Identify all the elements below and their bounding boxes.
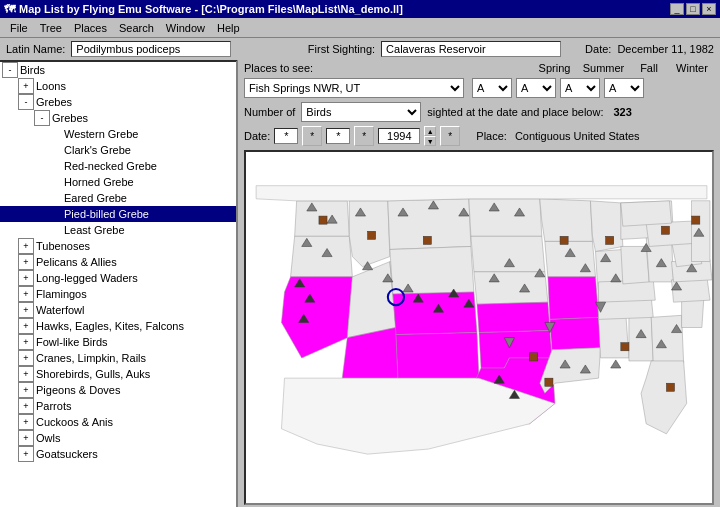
summer-label: Summer — [581, 62, 626, 74]
first-sighting-value: Calaveras Reservoir — [381, 41, 561, 57]
tree-item-tubenoses[interactable]: +Tubenoses — [0, 238, 236, 254]
svg-marker-10 — [393, 292, 477, 335]
tree-item-fowl-like[interactable]: +Fowl-like Birds — [0, 334, 236, 350]
year-down-btn[interactable]: ▼ — [424, 136, 436, 146]
tree-label-cuckoos: Cuckoos & Anis — [36, 416, 113, 428]
season-select-winter[interactable]: ASWN — [604, 78, 644, 98]
tree-item-long-legged[interactable]: +Long-legged Waders — [0, 270, 236, 286]
tree-item-least-grebe[interactable]: Least Grebe — [0, 222, 236, 238]
tree-expander-birds[interactable]: - — [2, 62, 18, 78]
tree-expander-loons[interactable]: + — [18, 78, 34, 94]
season-select-fall[interactable]: ASWN — [560, 78, 600, 98]
year-field[interactable]: 1994 — [378, 128, 420, 144]
tree-item-parrots[interactable]: +Parrots — [0, 398, 236, 414]
menu-item-search[interactable]: Search — [113, 20, 160, 36]
tree-item-pelicans[interactable]: +Pelicans & Allies — [0, 254, 236, 270]
title-bar: 🗺 Map List by Flying Emu Software - [C:\… — [0, 0, 720, 18]
day-star-btn[interactable]: * — [302, 126, 322, 146]
tree-label-western-grebe: Western Grebe — [64, 128, 138, 140]
tree-expander-pelicans[interactable]: + — [18, 254, 34, 270]
month-star-btn[interactable]: * — [354, 126, 374, 146]
tree-item-shorebirds[interactable]: +Shorebirds, Gulls, Auks — [0, 366, 236, 382]
place-select[interactable]: Fish Springs NWR, UT Calaveras Reservoir — [244, 78, 464, 98]
places-dropdown-row: Fish Springs NWR, UT Calaveras Reservoir… — [238, 76, 720, 100]
tree-expander-owls[interactable]: + — [18, 430, 34, 446]
map-svg — [246, 152, 712, 503]
tree-item-cuckoos[interactable]: +Cuckoos & Anis — [0, 414, 236, 430]
tree-item-clarks-grebe[interactable]: Clark's Grebe — [0, 142, 236, 158]
tree-item-red-necked-grebe[interactable]: Red-necked Grebe — [0, 158, 236, 174]
tree-expander-flamingos[interactable]: + — [18, 286, 34, 302]
tree-expander-goatsuckers[interactable]: + — [18, 446, 34, 462]
tree-label-red-necked-grebe: Red-necked Grebe — [64, 160, 157, 172]
tree-expander-cuckoos[interactable]: + — [18, 414, 34, 430]
tree-expander-parrots[interactable]: + — [18, 398, 34, 414]
tree-expander-shorebirds[interactable]: + — [18, 366, 34, 382]
latin-name-value: Podilymbus podiceps — [71, 41, 231, 57]
tree-expander-long-legged[interactable]: + — [18, 270, 34, 286]
svg-rect-90 — [606, 236, 614, 244]
year-star-btn[interactable]: * — [440, 126, 460, 146]
tree-item-eared-grebe[interactable]: Eared Grebe — [0, 190, 236, 206]
tree-item-western-grebe[interactable]: Western Grebe — [0, 126, 236, 142]
tree-item-pied-billed-grebe[interactable]: Pied-billed Grebe — [0, 206, 236, 222]
tree-expander-grebes[interactable]: - — [18, 94, 34, 110]
tree-expander-tubenoses[interactable]: + — [18, 238, 34, 254]
tree-expander-cranes[interactable]: + — [18, 350, 34, 366]
tree-label-grebes2: Grebes — [52, 112, 88, 124]
svg-rect-88 — [423, 236, 431, 244]
svg-rect-93 — [530, 353, 538, 361]
tree-label-flamingos: Flamingos — [36, 288, 87, 300]
tree-expander-fowl-like[interactable]: + — [18, 334, 34, 350]
tree-expander-hawks[interactable]: + — [18, 318, 34, 334]
tree-expander-pigeons[interactable]: + — [18, 382, 34, 398]
place-value: Contiguous United States — [515, 130, 640, 142]
close-button[interactable]: × — [702, 3, 716, 15]
tree-item-birds[interactable]: -Birds — [0, 62, 236, 78]
tree-label-loons: Loons — [36, 80, 66, 92]
svg-marker-26 — [629, 315, 653, 361]
svg-marker-20 — [548, 277, 599, 320]
menu-item-places[interactable]: Places — [68, 20, 113, 36]
tree-item-owls[interactable]: +Owls — [0, 430, 236, 446]
number-of-select[interactable]: Birds Species — [301, 102, 421, 122]
menu-item-tree[interactable]: Tree — [34, 20, 68, 36]
menu-item-file[interactable]: File — [4, 20, 34, 36]
tree-label-grebes: Grebes — [36, 96, 72, 108]
tree-item-hawks[interactable]: +Hawks, Eagles, Kites, Falcons — [0, 318, 236, 334]
svg-marker-25 — [599, 315, 629, 358]
season-select-spring[interactable]: ASWN — [472, 78, 512, 98]
date-value: December 11, 1982 — [617, 43, 714, 55]
year-up-btn[interactable]: ▲ — [424, 126, 436, 136]
tree-expander-waterfowl[interactable]: + — [18, 302, 34, 318]
day-field[interactable]: * — [274, 128, 298, 144]
window-title: Map List by Flying Emu Software - [C:\Pr… — [19, 3, 403, 15]
svg-marker-15 — [477, 302, 550, 332]
tree-item-loons[interactable]: +Loons — [0, 78, 236, 94]
month-field[interactable]: * — [326, 128, 350, 144]
tree-label-waterfowl: Waterfowl — [36, 304, 85, 316]
svg-rect-91 — [661, 226, 669, 234]
tree-item-pigeons[interactable]: +Pigeons & Doves — [0, 382, 236, 398]
svg-rect-92 — [692, 216, 700, 224]
season-select-summer[interactable]: ASWN — [516, 78, 556, 98]
tree-item-grebes[interactable]: -Grebes — [0, 94, 236, 110]
tree-item-waterfowl[interactable]: +Waterfowl — [0, 302, 236, 318]
tree-item-horned-grebe[interactable]: Horned Grebe — [0, 174, 236, 190]
tree-item-grebes2[interactable]: -Grebes — [0, 110, 236, 126]
tree-label-shorebirds: Shorebirds, Gulls, Auks — [36, 368, 150, 380]
tree-label-pigeons: Pigeons & Doves — [36, 384, 120, 396]
maximize-button[interactable]: □ — [686, 3, 700, 15]
tree-item-flamingos[interactable]: +Flamingos — [0, 286, 236, 302]
minimize-button[interactable]: _ — [670, 3, 684, 15]
svg-marker-2 — [291, 236, 353, 277]
menu-item-window[interactable]: Window — [160, 20, 211, 36]
menu-item-help[interactable]: Help — [211, 20, 246, 36]
tree-label-cranes: Cranes, Limpkin, Rails — [36, 352, 146, 364]
tree-label-fowl-like: Fowl-like Birds — [36, 336, 108, 348]
svg-marker-12 — [469, 199, 542, 236]
tree-expander-grebes2[interactable]: - — [34, 110, 50, 126]
date-row-label: Date: — [244, 130, 270, 142]
tree-item-goatsuckers[interactable]: +Goatsuckers — [0, 446, 236, 462]
tree-item-cranes[interactable]: +Cranes, Limpkin, Rails — [0, 350, 236, 366]
